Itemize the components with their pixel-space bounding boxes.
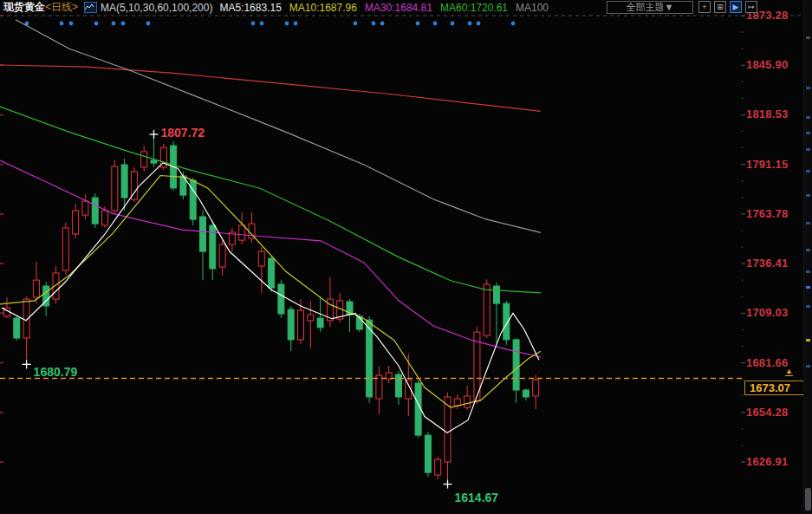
ma-legend-value: MA10:1687.96	[289, 2, 357, 14]
event-dot[interactable]	[372, 22, 376, 26]
instrument-name: 现货黄金	[3, 1, 45, 13]
strip-mark[interactable]	[806, 116, 810, 119]
ma-legend-value: MA30:1684.81	[365, 2, 432, 14]
strip-mark[interactable]	[806, 170, 810, 172]
line-chart-icon[interactable]	[84, 2, 97, 13]
candle-body[interactable]	[14, 318, 20, 338]
event-dot[interactable]	[451, 22, 455, 26]
pan-tool-icon[interactable]: +	[698, 1, 711, 13]
high-annotation-label: 1807.72	[161, 126, 205, 140]
candle-body[interactable]	[112, 166, 118, 211]
candle-body[interactable]	[73, 211, 79, 234]
candle-body[interactable]	[308, 315, 314, 321]
price-axis-label: 1736.41	[746, 257, 788, 270]
low1-annotation-label: 1680.79	[34, 365, 78, 379]
strip-mark[interactable]	[806, 36, 810, 39]
event-dot[interactable]	[294, 22, 298, 26]
event-dot[interactable]	[511, 22, 516, 26]
theme-dropdown[interactable]: 全部主题▼	[607, 1, 693, 14]
price-up-arrow-icon: ▲	[785, 368, 793, 376]
price-axis-label: 1845.90	[746, 58, 788, 71]
event-dot[interactable]	[285, 22, 289, 26]
candle-body[interactable]	[464, 396, 471, 407]
event-dot[interactable]	[94, 22, 99, 26]
candle-body[interactable]	[269, 258, 275, 288]
candle-body[interactable]	[219, 244, 225, 267]
ma-line-ma10	[0, 176, 541, 408]
candle-body[interactable]	[484, 284, 490, 335]
candle-body[interactable]	[454, 399, 460, 406]
event-dot[interactable]	[416, 22, 420, 26]
price-axis-label: 1654.28	[746, 406, 788, 419]
event-dot[interactable]	[380, 22, 385, 26]
strip-mark[interactable]	[806, 148, 810, 151]
candle-body[interactable]	[258, 251, 264, 266]
candle-body[interactable]	[151, 160, 157, 163]
price-axis-label: 1763.78	[746, 207, 788, 220]
candle-body[interactable]	[435, 459, 441, 475]
candle-body[interactable]	[513, 340, 519, 390]
ma-legend-value: MA100	[516, 2, 549, 14]
price-axis-label: 1626.91	[746, 455, 788, 468]
candle-body[interactable]	[288, 309, 294, 340]
candlestick-chart[interactable]: 1807.721680.791614.67	[0, 0, 812, 514]
chart-window: 1807.721680.791614.67 现货黄金<日线> MA(5,10,3…	[0, 0, 812, 514]
candle-body[interactable]	[92, 198, 98, 224]
step-forward-icon[interactable]: ↦	[745, 1, 757, 13]
strip-mark[interactable]	[806, 365, 810, 368]
strip-mark[interactable]	[806, 222, 810, 224]
candle-body[interactable]	[102, 211, 108, 225]
event-dot[interactable]	[251, 22, 256, 26]
current-price-value: 1673.07	[750, 381, 790, 394]
price-axis-label: 1818.53	[746, 107, 788, 120]
auto-play-icon[interactable]: ▶	[730, 1, 742, 13]
event-dot[interactable]	[468, 22, 472, 26]
candle-body[interactable]	[523, 390, 529, 397]
strip-mark[interactable]	[806, 286, 810, 289]
candle-body[interactable]	[190, 180, 196, 219]
candle-body[interactable]	[494, 286, 500, 303]
candle-body[interactable]	[62, 228, 68, 270]
strip-mark[interactable]	[806, 305, 810, 308]
ma-settings-label[interactable]: MA(5,10,30,60,100,200)	[101, 2, 212, 14]
candle-body[interactable]	[425, 435, 431, 472]
event-dot[interactable]	[121, 22, 126, 26]
ma-legend-value: MA60:1720.61	[440, 2, 508, 14]
instrument-title[interactable]: 现货黄金<日线>	[0, 0, 78, 15]
toolbar: 现货黄金<日线> MA(5,10,30,60,100,200) MA5:1683…	[0, 0, 812, 15]
price-axis-label: 1681.66	[746, 356, 788, 369]
event-dot[interactable]	[69, 22, 74, 26]
candle-body[interactable]	[317, 318, 323, 328]
strip-mark[interactable]	[806, 249, 810, 251]
strip-mark[interactable]	[806, 270, 810, 273]
candle-body[interactable]	[82, 201, 88, 215]
event-dot[interactable]	[354, 22, 358, 26]
candle-body[interactable]	[239, 225, 245, 240]
strip-mark[interactable]	[806, 339, 810, 342]
low2-annotation-label: 1614.67	[455, 491, 499, 504]
candle-body[interactable]	[533, 380, 539, 396]
strip-mark[interactable]	[806, 132, 810, 134]
candle-body[interactable]	[298, 310, 304, 340]
strip-mark[interactable]	[806, 87, 810, 89]
candle-body[interactable]	[33, 280, 39, 297]
price-axis-label: 1791.15	[746, 158, 788, 171]
ma-line-ma200	[0, 65, 541, 111]
event-dot[interactable]	[60, 22, 64, 26]
event-dot[interactable]	[433, 22, 438, 26]
marker-strip[interactable]	[803, 0, 812, 514]
candle-body[interactable]	[121, 165, 127, 198]
event-dot[interactable]	[146, 22, 151, 26]
current-price-tag: 1673.07	[744, 381, 804, 395]
event-dot[interactable]	[477, 22, 481, 26]
price-axis-label: 1709.03	[746, 306, 788, 319]
zoom-area-icon[interactable]: ⊞	[714, 1, 726, 13]
strip-scroll-thumb[interactable]	[805, 488, 811, 511]
period-label: <日线>	[45, 1, 78, 13]
candle-body[interactable]	[200, 217, 206, 251]
candle-body[interactable]	[278, 284, 284, 314]
candle-body[interactable]	[141, 152, 147, 167]
event-dot[interactable]	[112, 22, 116, 26]
strip-mark[interactable]	[806, 194, 810, 197]
event-dot[interactable]	[260, 22, 264, 26]
